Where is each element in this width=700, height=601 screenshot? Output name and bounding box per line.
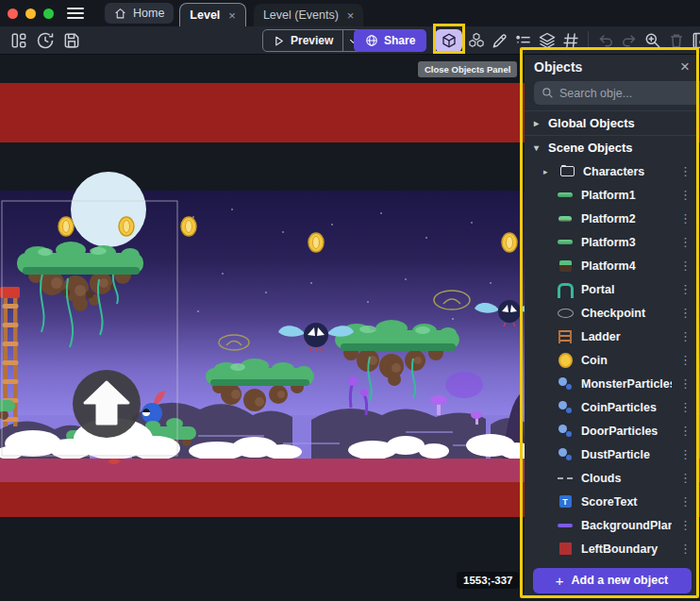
object-search-box[interactable]	[534, 81, 700, 105]
project-manager-button[interactable]	[9, 31, 28, 50]
redo-button[interactable]	[620, 31, 639, 50]
object-item-scoretext[interactable]: ▸ ScoreText ⋮	[525, 490, 699, 513]
history-button[interactable]	[36, 31, 55, 50]
close-window-icon[interactable]	[8, 8, 18, 19]
objects-cube-icon	[441, 32, 458, 49]
object-label: Platform3	[581, 236, 672, 249]
object-menu-icon[interactable]: ⋮	[679, 400, 692, 414]
object-thumbnail-icon	[557, 541, 574, 558]
layers-button[interactable]	[538, 31, 557, 50]
object-menu-icon[interactable]: ⋮	[679, 542, 692, 556]
object-item-platform3[interactable]: ▸ Platform3 ⋮	[525, 230, 699, 254]
object-menu-icon[interactable]: ⋮	[679, 353, 692, 367]
object-menu-icon[interactable]: ⋮	[679, 518, 692, 532]
search-input[interactable]	[559, 87, 700, 100]
play-icon	[273, 35, 285, 47]
object-groups-button[interactable]	[467, 31, 486, 50]
zoom-button[interactable]	[643, 31, 662, 50]
history-icon	[36, 31, 55, 50]
object-menu-icon[interactable]: ⋮	[679, 471, 692, 485]
object-menu-icon[interactable]: ⋮	[679, 188, 692, 202]
share-button[interactable]: Share	[354, 29, 426, 52]
toolbar-separator	[588, 31, 589, 50]
object-label: LeftBoundary	[581, 543, 672, 556]
close-tab-icon[interactable]: ×	[228, 8, 236, 23]
preview-button[interactable]: Preview	[263, 30, 342, 51]
object-item-doorparticles[interactable]: ▸ DoorParticles ⋮	[525, 419, 699, 442]
object-item-platform2[interactable]: ▸ Platform2 ⋮	[525, 207, 699, 230]
object-menu-icon[interactable]: ⋮	[679, 447, 692, 461]
object-thumbnail-icon	[557, 258, 574, 275]
object-item-characters[interactable]: ▸ Characters ⋮	[525, 159, 699, 183]
object-item-backgroundplants[interactable]: ▸ BackgroundPlants ⋮	[525, 513, 699, 537]
object-thumbnail-icon	[557, 470, 574, 487]
object-menu-icon[interactable]: ⋮	[679, 376, 692, 391]
object-thumbnail-icon	[557, 376, 574, 392]
particle-object	[108, 459, 120, 464]
moon-object[interactable]	[71, 172, 146, 247]
object-item-coinparticles[interactable]: ▸ CoinParticles ⋮	[525, 395, 699, 419]
objects-panel-toggle-button[interactable]	[435, 29, 462, 52]
tab-label: Home	[133, 7, 164, 20]
grid-icon	[561, 31, 580, 50]
object-thumbnail-icon	[558, 163, 575, 180]
object-menu-icon[interactable]: ⋮	[679, 494, 692, 509]
object-item-platform4[interactable]: ▸ Platform4 ⋮	[525, 254, 699, 277]
coin-object	[58, 217, 74, 236]
edit-scene-icon	[691, 31, 700, 50]
save-icon	[62, 31, 81, 50]
undo-button[interactable]	[596, 31, 615, 50]
section-scene-objects[interactable]: ▾ Scene Objects	[525, 135, 699, 159]
object-item-checkpoint[interactable]: ▸ Checkpoint ⋮	[525, 301, 699, 325]
tab-label: Level	[190, 8, 220, 22]
object-label: Characters	[583, 165, 672, 178]
jump-button-object[interactable]	[73, 370, 141, 438]
tab-level[interactable]: Level ×	[179, 3, 246, 26]
expand-arrow-icon[interactable]: ▸	[543, 167, 551, 176]
object-menu-icon[interactable]: ⋮	[679, 282, 692, 296]
maximize-window-icon[interactable]	[43, 8, 54, 19]
object-item-portal[interactable]: ▸ Portal ⋮	[525, 277, 699, 301]
grid-button[interactable]	[561, 31, 580, 50]
object-item-leftboundary[interactable]: ▸ LeftBoundary ⋮	[525, 537, 699, 560]
object-item-dustparticle[interactable]: ▸ DustParticle ⋮	[525, 442, 699, 466]
object-item-monsterparticles[interactable]: ▸ MonsterParticles ⋮	[525, 372, 699, 395]
object-menu-icon[interactable]: ⋮	[679, 329, 692, 343]
trash-icon	[667, 31, 686, 50]
object-menu-icon[interactable]: ⋮	[679, 235, 692, 249]
object-item-ladder[interactable]: ▸ Ladder ⋮	[525, 325, 699, 348]
search-icon	[542, 87, 554, 99]
object-thumbnail-icon	[557, 493, 574, 510]
tab-level-events[interactable]: Level (Events) ×	[254, 4, 364, 26]
object-menu-icon[interactable]: ⋮	[679, 259, 692, 273]
edit-button[interactable]	[491, 31, 509, 50]
delete-button[interactable]	[667, 31, 686, 50]
object-item-platform1[interactable]: ▸ Platform1 ⋮	[525, 183, 699, 207]
object-label: Platform1	[581, 189, 672, 202]
scene-objects-items: ▸ Characters ⋮ ▸ Platform1 ⋮ ▸ Platform2…	[525, 159, 699, 560]
coin-object	[181, 217, 196, 236]
add-new-object-button[interactable]: + Add a new object	[533, 568, 692, 593]
minimize-window-icon[interactable]	[25, 8, 36, 19]
section-global-objects[interactable]: ▸ Global Objects	[525, 110, 699, 135]
window-controls	[8, 8, 54, 19]
coin-object	[308, 233, 324, 252]
object-menu-icon[interactable]: ⋮	[679, 211, 692, 225]
object-item-coin[interactable]: ▸ Coin ⋮	[525, 348, 699, 372]
main-menu-icon[interactable]	[67, 8, 84, 19]
close-panel-icon[interactable]: ×	[680, 58, 690, 75]
object-thumbnail-icon	[557, 234, 574, 251]
object-thumbnail-icon	[557, 281, 574, 298]
object-label: Ladder	[581, 330, 672, 343]
object-item-clouds[interactable]: ▸ Clouds ⋮	[525, 466, 699, 490]
object-menu-icon[interactable]: ⋮	[679, 306, 692, 320]
tab-home[interactable]: Home	[105, 3, 174, 24]
instances-list-button[interactable]	[514, 31, 533, 50]
save-button[interactable]	[62, 31, 81, 50]
redo-icon	[620, 31, 639, 50]
object-menu-icon[interactable]: ⋮	[679, 164, 692, 178]
edit-scene-properties-button[interactable]	[691, 31, 700, 50]
object-menu-icon[interactable]: ⋮	[679, 424, 692, 438]
add-new-object-label: Add a new object	[571, 574, 668, 587]
close-tab-icon[interactable]: ×	[347, 8, 355, 23]
